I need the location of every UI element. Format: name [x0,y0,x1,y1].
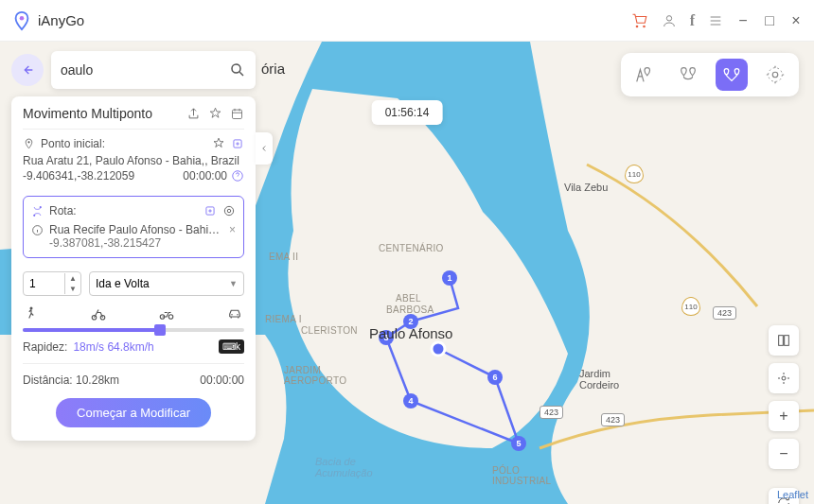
app-logo: iAnyGo [11,10,84,31]
start-point-block: Ponto inicial: Rua Aratu 21, Paulo Afons… [23,129,244,190]
user-icon[interactable] [662,13,677,28]
svg-point-38 [237,314,239,316]
walk-icon[interactable] [23,305,40,322]
map-tools: + − [769,325,799,504]
map-attribution[interactable]: Leaflet [777,489,808,500]
route-item-address: Rua Recife Paulo Afonso - Bahia,... [49,223,223,236]
panel-title: Movimento Multiponto [23,106,152,121]
collect-icon[interactable] [231,137,244,150]
mode-joystick[interactable] [759,59,791,91]
minimize-button[interactable]: − [736,12,750,29]
start-point-label: Ponto inicial: [41,137,105,150]
svg-point-29 [224,206,233,215]
route-item-coords: -9.387081,-38.215427 [49,236,223,250]
svg-point-21 [232,64,240,73]
remove-route-item[interactable]: × [229,223,236,236]
transport-row [23,305,244,322]
start-point-time: 00:00:00 [183,169,227,182]
route-icon [31,205,44,217]
svg-point-30 [227,209,231,213]
speed-slider[interactable] [23,328,244,332]
svg-point-23 [27,141,29,143]
back-button[interactable] [11,54,44,86]
route-label: Rota: [49,204,77,217]
pin-icon [23,138,35,150]
svg-point-37 [231,314,233,316]
slider-thumb[interactable] [154,324,166,336]
svg-point-32 [30,307,33,310]
stepper-up[interactable]: ▲ [65,273,80,284]
svg-text:4: 4 [408,396,413,406]
start-point-coords: -9.406341,-38.212059 [23,169,134,182]
search-icon[interactable] [229,61,246,78]
close-button[interactable]: × [789,12,803,29]
sidebar: Movimento Multiponto Ponto inicial: Rua … [11,51,256,441]
help-icon[interactable] [231,169,244,182]
search-input[interactable] [61,62,229,78]
app-name: iAnyGo [38,12,84,28]
svg-point-20 [782,376,786,380]
loop-mode-select[interactable]: Ida e Volta ▼ [89,271,244,296]
speed-value: 18m/s 64.8km/h [73,340,153,354]
svg-point-36 [168,315,173,320]
svg-rect-19 [785,336,789,346]
stepper-down[interactable]: ▼ [65,284,80,294]
titlebar-actions: f − □ × [631,12,803,29]
svg-text:6: 6 [492,373,497,382]
distance-time: 00:00:00 [200,374,244,387]
maximize-button[interactable]: □ [763,12,776,29]
locate-button[interactable] [769,363,799,393]
info-icon [31,224,44,236]
svg-point-17 [769,68,783,82]
svg-point-0 [20,15,25,20]
svg-text:5: 5 [516,439,521,448]
start-button[interactable]: Começar a Modificar [56,398,211,427]
share-icon[interactable] [186,107,201,121]
svg-point-3 [432,342,445,356]
zoom-in-button[interactable]: + [769,401,799,431]
loop-count-stepper[interactable]: 1 ▲▼ [23,271,81,296]
svg-text:1: 1 [447,273,451,283]
bike-icon[interactable] [89,305,108,322]
target-icon[interactable] [222,204,236,217]
route-block: Rota: Rua Recife Paulo Afonso - Bahia,..… [23,196,244,258]
svg-point-16 [772,72,778,78]
svg-point-26 [33,214,35,216]
star-icon[interactable] [212,137,225,150]
svg-point-1 [666,15,671,20]
favorite-icon[interactable] [208,107,222,121]
mode-two-point[interactable] [672,59,704,91]
mode-single-point[interactable] [628,59,661,91]
titlebar: iAnyGo f − □ × [0,0,814,42]
split-view-button[interactable] [769,325,799,356]
history-icon[interactable] [230,107,244,121]
distance-label: Distância: 10.28km [23,374,119,387]
mode-toolbar [621,53,799,96]
motorcycle-icon[interactable] [157,305,176,322]
collect-route-icon[interactable] [204,204,217,217]
map-city-label: Paulo Afonso [369,325,452,341]
keyboard-badge[interactable]: ⌨k [219,339,244,354]
svg-rect-22 [233,110,242,118]
movement-panel: Movimento Multiponto Ponto inicial: Rua … [11,96,256,441]
cart-icon[interactable] [631,12,648,29]
search-box [51,51,256,89]
start-point-address: Rua Aratu 21, Paulo Afonso - Bahia,, Bra… [23,154,244,167]
menu-icon[interactable] [708,13,723,28]
collapse-button[interactable] [256,132,273,165]
svg-point-27 [40,206,42,208]
facebook-icon[interactable]: f [690,12,695,29]
logo-icon [11,10,32,31]
zoom-out-button[interactable]: − [769,439,799,469]
speed-label: Rapidez: [23,340,67,354]
svg-rect-18 [779,336,784,346]
mode-multipoint[interactable] [716,59,748,91]
car-icon[interactable] [225,305,244,322]
loop-count-value: 1 [24,277,64,290]
timer-badge: 01:56:14 [372,100,443,125]
